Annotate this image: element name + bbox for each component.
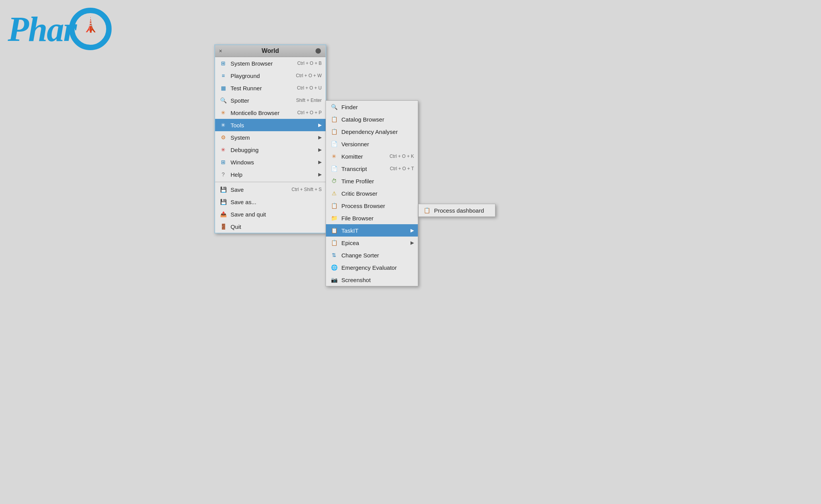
menu-item-save-and-quit[interactable]: 📤 Save and quit [215,208,326,220]
catalog-browser-icon: 📋 [330,115,338,123]
playground-icon: ≡ [219,71,227,80]
dependency-analyser-icon: 📋 [330,127,338,136]
dependency-analyser-label: Dependency Analyser [341,129,398,135]
help-label: Help [231,171,243,178]
emergency-evaluator-icon: 🌐 [330,263,338,272]
submenu-item-critic-browser[interactable]: ⚠ Critic Browser [326,187,418,200]
windows-arrow: ▶ [318,159,322,165]
epicea-arrow: ▶ [410,240,414,245]
menu-item-quit[interactable]: 🚪 Quit [215,220,326,233]
playground-label: Playground [231,73,260,79]
debugging-icon: ✳ [219,145,227,154]
screenshot-label: Screenshot [341,277,371,283]
system-label: System [231,134,250,141]
menu-item-debugging[interactable]: ✳ Debugging ▶ [215,144,326,156]
submenu-item-process-dashboard[interactable]: 📋 Process dashboard [419,204,495,216]
pharo-circle: 🗼 [69,8,112,50]
komitter-shortcut: Ctrl + O + K [390,154,414,159]
quit-label: Quit [231,223,241,230]
time-profiler-icon: ⏱ [330,177,338,185]
spotter-shortcut: Shift + Enter [296,98,322,103]
windows-label: Windows [231,159,254,166]
versionner-label: Versionner [341,141,369,147]
world-menu-dot [316,48,321,54]
tools-icon: ✳ [219,121,227,129]
emergency-evaluator-label: Emergency Evaluator [341,264,397,271]
menu-item-spotter[interactable]: 🔍 Spotter Shift + Enter [215,94,326,107]
save-as-icon: 💾 [219,198,227,206]
tools-arrow: ▶ [318,122,322,128]
menu-item-save[interactable]: 💾 Save Ctrl + Shift + S [215,183,326,196]
submenu-item-emergency-evaluator[interactable]: 🌐 Emergency Evaluator [326,261,418,274]
system-browser-label: System Browser [231,60,273,67]
world-menu-title: World [261,47,279,54]
epicea-icon: 📋 [330,238,338,247]
process-browser-label: Process Browser [341,203,385,209]
taskit-label: TaskIT [341,227,358,234]
submenu-item-epicea[interactable]: 📋 Epicea ▶ [326,237,418,249]
taskit-icon: 📋 [330,226,338,235]
epicea-label: Epicea [341,240,359,246]
file-browser-label: File Browser [341,215,373,222]
komitter-label: Komitter [341,153,363,160]
system-arrow: ▶ [318,135,322,140]
save-and-quit-icon: 📤 [219,210,227,218]
monticello-shortcut: Ctrl + O + P [297,110,322,115]
transcript-shortcut: Ctrl + O + T [390,166,414,171]
submenu-item-file-browser[interactable]: 📁 File Browser [326,212,418,224]
pharo-logo-text: Phar [8,9,76,49]
transcript-label: Transcript [341,166,367,172]
process-dashboard-label: Process dashboard [434,207,484,214]
menu-item-help[interactable]: ? Help ▶ [215,168,326,181]
windows-icon: ⊞ [219,158,227,166]
menu-item-system-browser[interactable]: ⊞ System Browser Ctrl + O + B [215,57,326,69]
finder-label: Finder [341,104,358,110]
versionner-icon: 📄 [330,140,338,148]
menu-item-system[interactable]: ⚙ System ▶ [215,131,326,144]
menu-item-monticello-browser[interactable]: ✳ Monticello Browser Ctrl + O + P [215,107,326,119]
lighthouse-icon: 🗼 [82,17,99,33]
help-arrow: ▶ [318,172,322,177]
screenshot-icon: 📷 [330,276,338,284]
debugging-label: Debugging [231,147,259,153]
monticello-label: Monticello Browser [231,110,280,116]
pharo-logo: Phar 🗼 [8,8,112,50]
world-menu-close-button[interactable]: × [219,48,222,54]
menu-item-save-as[interactable]: 💾 Save as... [215,196,326,208]
save-label: Save [231,186,244,193]
process-browser-icon: 📋 [330,201,338,210]
system-browser-shortcut: Ctrl + O + B [297,61,322,66]
transcript-icon: 📄 [330,164,338,173]
submenu-item-screenshot[interactable]: 📷 Screenshot [326,274,418,286]
submenu-item-taskit[interactable]: 📋 TaskIT ▶ [326,224,418,237]
taskit-arrow: ▶ [410,228,414,233]
submenu-item-time-profiler[interactable]: ⏱ Time Profiler [326,175,418,187]
world-menu-titlebar: × World [215,45,326,57]
menu-item-windows[interactable]: ⊞ Windows ▶ [215,156,326,168]
catalog-browser-label: Catalog Browser [341,116,384,123]
process-dashboard-icon: 📋 [422,206,431,215]
save-shortcut: Ctrl + Shift + S [292,187,322,192]
komitter-icon: ✳ [330,152,338,161]
test-runner-icon: ▦ [219,84,227,92]
critic-browser-icon: ⚠ [330,189,338,198]
taskit-submenu: 📋 Process dashboard [418,204,495,217]
menu-item-test-runner[interactable]: ▦ Test Runner Ctrl + O + U [215,82,326,94]
submenu-item-change-sorter[interactable]: ⇅ Change Sorter [326,249,418,261]
submenu-item-komitter[interactable]: ✳ Komitter Ctrl + O + K [326,150,418,162]
tools-submenu: 🔍 Finder 📋 Catalog Browser 📋 Dependency … [326,100,418,286]
critic-browser-label: Critic Browser [341,190,377,197]
submenu-item-versionner[interactable]: 📄 Versionner [326,138,418,150]
test-runner-shortcut: Ctrl + O + U [297,85,322,91]
time-profiler-label: Time Profiler [341,178,374,184]
menu-item-playground[interactable]: ≡ Playground Ctrl + O + W [215,69,326,82]
spotter-label: Spotter [231,97,249,104]
submenu-item-dependency-analyser[interactable]: 📋 Dependency Analyser [326,125,418,138]
submenu-item-finder[interactable]: 🔍 Finder [326,101,418,113]
submenu-item-process-browser[interactable]: 📋 Process Browser [326,200,418,212]
file-browser-icon: 📁 [330,214,338,222]
menu-item-tools[interactable]: ✳ Tools ▶ [215,119,326,131]
playground-shortcut: Ctrl + O + W [296,73,322,78]
submenu-item-catalog-browser[interactable]: 📋 Catalog Browser [326,113,418,125]
submenu-item-transcript[interactable]: 📄 Transcript Ctrl + O + T [326,162,418,175]
